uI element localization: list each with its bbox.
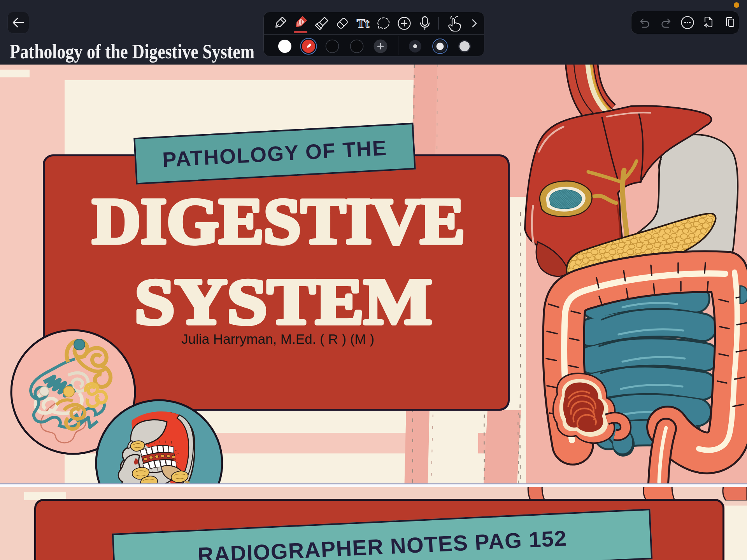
svg-text:SYSTEM: SYSTEM	[135, 265, 432, 338]
svg-text:Tt: Tt	[357, 16, 369, 30]
svg-text:DIGESTIVE: DIGESTIVE	[92, 185, 465, 257]
